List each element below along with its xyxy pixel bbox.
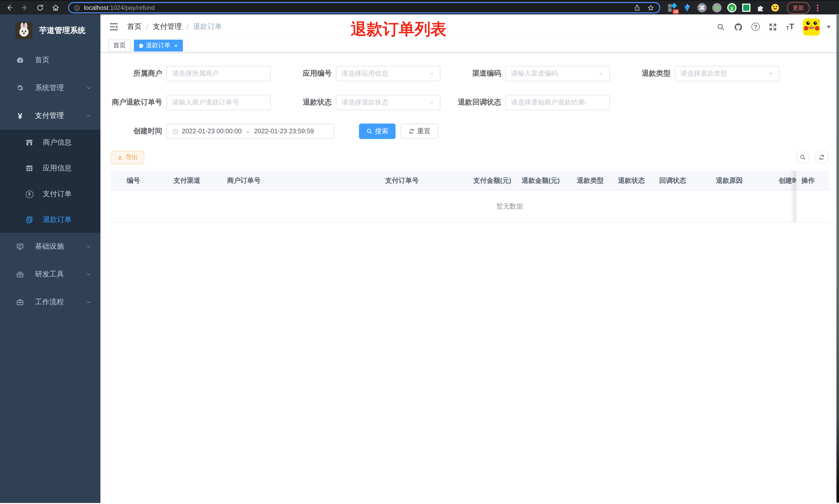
command-extension-icon[interactable]: ⌘ [697,3,707,12]
refresh-icon [408,128,415,134]
tags-view-bar: 首页 退款订单 × [101,39,839,53]
refund-type-select[interactable]: 请选择退款类型 [675,66,779,82]
help-icon[interactable]: ? [751,23,760,31]
filter-notify-status: 退款回调状态 请选择通知商户退款结果 [450,95,610,110]
search-icon[interactable] [716,22,725,31]
sidebar-collapse-icon[interactable] [109,22,119,32]
filter-label: 所属商户 [111,69,166,78]
filter-label: 退款类型 [619,69,675,78]
sidebar-item-label: 首页 [35,56,50,65]
user-avatar[interactable] [803,18,820,35]
refresh-icon [818,154,825,161]
date-range-picker[interactable]: 2022-01-23 00:00:00 - 2022-01-23 23:59:5… [166,124,334,139]
filter-label: 退款状态 [280,98,336,107]
chrome-menu-icon[interactable] [816,3,819,12]
url-path: :1024/pay/refund [108,4,155,11]
app-select[interactable]: 请选择应用信息 [336,66,440,82]
breadcrumb-separator: / [186,23,189,31]
fullscreen-icon[interactable] [768,22,777,31]
avatar-caret-icon[interactable] [827,25,831,28]
chevron-down-icon [86,86,91,91]
share-icon[interactable] [633,4,641,11]
url-text[interactable]: localhost:1024/pay/refund [84,4,155,11]
notify-status-select[interactable]: 请选择通知商户退款结果 [505,95,610,110]
sidebar-item-pay[interactable]: ¥ 支付管理 [0,102,101,130]
table-toolbar: 导出 [111,150,829,164]
merchant-select[interactable]: 请选择所属商户 [166,66,271,82]
y-extension-icon[interactable]: y [727,3,736,12]
table-tools [796,150,829,164]
placeholder: 请选择所属商户 [172,69,219,78]
font-size-icon[interactable]: TT [786,23,794,31]
address-bar[interactable]: localhost:1024/pay/refund [68,2,660,13]
sidebar-item-infra[interactable]: 基础设施 [0,233,101,260]
chat-extension-icon[interactable] [742,4,750,12]
refund-table: 编号 支付渠道 商户订单号 支付订单号 支付金额(元) 退款金额(元) 退款类型… [111,171,829,222]
breadcrumb-separator: / [146,23,148,31]
chevron-down-icon [86,300,91,305]
tab-refund-order[interactable]: 退款订单 × [134,40,183,52]
sidebar-item-home[interactable]: 首页 [0,46,101,74]
sidebar-item-app-info[interactable]: 应用信息 [0,156,101,181]
merchant-refund-no-input[interactable]: 请输入商户退款订单号 [166,95,271,110]
recorder-extension-icon[interactable] [712,3,721,12]
export-button[interactable]: 导出 [111,150,144,164]
t-small-glyph: T [786,26,789,31]
sidebar-item-workflow[interactable]: 工作流程 [0,288,101,316]
github-icon[interactable] [734,22,743,31]
emoji-extension-icon[interactable] [770,3,780,12]
search-button[interactable]: 搜索 [359,124,395,139]
column-header: 退款状态 [613,176,654,185]
table-body: 暂无数据 [111,191,829,222]
sidebar-logo[interactable]: 芋道管理系统 [0,14,101,46]
filter-label: 创建时间 [111,127,166,136]
browser-chrome: localhost:1024/pay/refund 10 ⌘ y 更新 [0,0,839,14]
download-icon [117,154,123,160]
refund-document-icon [25,216,34,224]
bookmark-star-icon[interactable] [647,4,655,12]
sidebar-item-dev-tools[interactable]: 研发工具 [0,260,101,288]
logo-rabbit-avatar [15,22,33,39]
question-glyph: ? [754,24,757,30]
date-end-value: 2022-01-23 23:59:59 [254,128,314,135]
sidebar: 芋道管理系统 首页 系统管理 ¥ 支付管理 [0,14,101,503]
refresh-table-button[interactable] [815,150,829,164]
date-separator: - [247,127,249,135]
gem-extension-icon[interactable] [682,3,692,12]
forward-icon[interactable] [21,4,29,12]
sidebar-item-label: 商户信息 [43,138,72,147]
sidebar-item-system[interactable]: 系统管理 [0,74,101,102]
chevron-down-icon [86,272,91,277]
tab-home[interactable]: 首页 [108,40,131,52]
puzzle-extensions-icon[interactable] [756,3,765,12]
sidebar-item-pay-order[interactable]: ¥ 支付订单 [0,181,101,207]
refund-status-select[interactable]: 请选择退款状态 [336,95,440,110]
column-header: 退款金额(元) [517,176,572,185]
show-search-button[interactable] [796,150,810,164]
site-info-icon[interactable] [74,4,81,11]
reload-icon[interactable] [36,4,44,12]
home-icon[interactable] [52,4,60,12]
sidebar-item-refund-order[interactable]: 退款订单 [0,207,101,233]
placeholder: 请输入渠道编码 [511,69,558,78]
chevron-down-icon [767,71,773,77]
column-header: 商户订单号 [222,176,380,185]
reset-button[interactable]: 重置 [401,124,438,139]
placeholder: 请选择退款状态 [341,98,388,107]
filter-label: 应用编号 [280,69,336,78]
tab-label: 首页 [113,41,126,50]
chrome-update-button[interactable]: 更新 [787,2,810,14]
channel-select[interactable]: 请输入渠道编码 [505,66,610,82]
clock-icon [172,128,179,134]
close-tab-icon[interactable]: × [174,42,178,49]
column-header: 退款原因 [711,176,773,185]
back-icon[interactable] [5,4,13,12]
column-header: 支付金额(元) [468,176,517,185]
breadcrumb-home[interactable]: 首页 [127,22,142,31]
devtools-extension-icon[interactable]: 10 [667,3,677,12]
app-root: localhost:1024/pay/refund 10 ⌘ y 更新 [0,0,839,504]
page-scrollbar[interactable] [836,14,839,503]
breadcrumb-pay[interactable]: 支付管理 [153,22,182,31]
placeholder: 请选择退款类型 [680,69,727,78]
sidebar-item-merchant-info[interactable]: 商户信息 [0,130,101,156]
